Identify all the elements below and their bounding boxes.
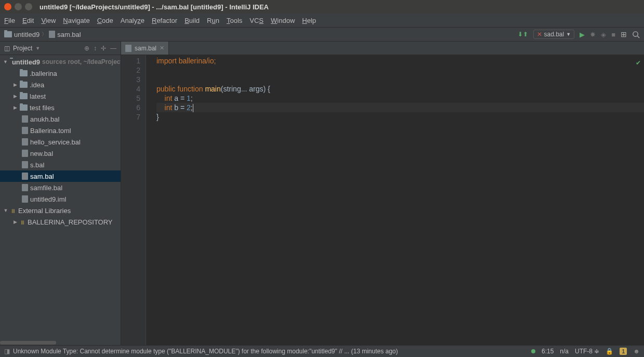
- expand-icon[interactable]: ▶: [12, 94, 18, 99]
- menu-navigate[interactable]: Navigate: [63, 17, 89, 24]
- file-icon: [22, 115, 28, 123]
- code-text: import ballerina/io;: [156, 57, 216, 65]
- main: ◫ Project ▼ ⊕ ↕ ✢ — ▼ untitled9 sources …: [0, 42, 644, 345]
- project-selector-icon[interactable]: ◫: [4, 45, 10, 52]
- dropdown-icon[interactable]: ▼: [35, 46, 40, 51]
- menu-build[interactable]: Build: [185, 17, 200, 24]
- target-icon[interactable]: ⊕: [84, 45, 89, 52]
- project-panel-header: ◫ Project ▼ ⊕ ↕ ✢ —: [0, 42, 121, 55]
- close-icon[interactable]: ✕: [160, 45, 164, 51]
- menu-view[interactable]: View: [41, 17, 56, 24]
- tree-folder[interactable]: ▶.idea: [0, 79, 121, 90]
- scrollbar-horizontal[interactable]: [0, 340, 121, 345]
- line-number[interactable]: 7: [121, 112, 140, 122]
- encoding[interactable]: UTF-8 ≑: [575, 348, 599, 355]
- tree-file[interactable]: samfile.bal: [0, 182, 121, 193]
- search-icon[interactable]: [632, 30, 640, 39]
- menu-vcs[interactable]: VCS: [249, 17, 264, 24]
- tree-file[interactable]: Ballerina.toml: [0, 125, 121, 136]
- line-number[interactable]: 1: [121, 56, 140, 65]
- menu-refactor[interactable]: Refactor: [152, 17, 177, 24]
- build-icon[interactable]: ⬇⬆: [518, 31, 528, 38]
- toolbar-right: ⬇⬆ ✕ sad.bal ▼ ▶ ✸ ◈ ■ ⊞: [518, 30, 640, 39]
- coverage-icon[interactable]: ◈: [601, 31, 606, 38]
- run-icon[interactable]: ▶: [580, 31, 585, 38]
- window-minimize-icon[interactable]: [15, 3, 22, 10]
- cursor-position[interactable]: 6:15: [542, 348, 554, 355]
- code-text: b =: [172, 103, 187, 112]
- tree-item-label: .idea: [30, 81, 44, 89]
- tree-file[interactable]: new.bal: [0, 148, 121, 159]
- menu-file[interactable]: File: [4, 17, 15, 24]
- gutter[interactable]: 1 2 3 4 5 6 7: [121, 55, 146, 345]
- expand-icon[interactable]: ▼: [3, 59, 8, 64]
- menu-window[interactable]: Window: [271, 17, 295, 24]
- expand-icon[interactable]: ▶: [12, 105, 18, 110]
- tree-root[interactable]: ▼ untitled9 sources root, ~/IdeaProjects…: [0, 56, 121, 68]
- code-text: (string... args) {: [221, 85, 270, 93]
- expand-icon[interactable]: ▼: [3, 208, 8, 213]
- editor[interactable]: 1 2 3 4 5 6 7 ✔ import ballerina/io; pub…: [121, 55, 644, 345]
- structure-icon[interactable]: ⊞: [621, 30, 627, 38]
- run-config-selector[interactable]: ✕ sad.bal ▼: [533, 30, 575, 39]
- window-close-icon[interactable]: [4, 3, 11, 10]
- collapse-icon[interactable]: ↕: [94, 45, 97, 52]
- code[interactable]: ✔ import ballerina/io; public function m…: [146, 55, 644, 345]
- window-maximize-icon[interactable]: [25, 3, 32, 10]
- hide-icon[interactable]: —: [110, 45, 116, 52]
- code-text: main: [205, 85, 220, 93]
- breadcrumb-root-label: untitled9: [14, 31, 40, 38]
- hector-icon[interactable]: ☻: [633, 348, 640, 355]
- status-icon[interactable]: ◨: [4, 348, 10, 355]
- menu-run[interactable]: Run: [207, 17, 219, 24]
- warning-icon[interactable]: 1: [620, 348, 627, 355]
- window-title: untitled9 [~/IdeaProjects/untitled9] - .…: [40, 3, 269, 11]
- breadcrumb: untitled9 〉 sam.bal: [4, 31, 81, 38]
- menu-edit[interactable]: Edit: [22, 17, 34, 24]
- status-message[interactable]: Unknown Module Type: Cannot determine mo…: [13, 348, 398, 355]
- tree-file[interactable]: s.bal: [0, 159, 121, 170]
- stop-icon[interactable]: ■: [611, 31, 615, 38]
- menu-analyze[interactable]: Analyze: [121, 17, 144, 24]
- tree-file[interactable]: anukh.bal: [0, 113, 121, 125]
- project-tree[interactable]: ▼ untitled9 sources root, ~/IdeaProjects…: [0, 55, 121, 340]
- file-icon: [22, 195, 28, 203]
- file-icon: [49, 31, 55, 38]
- tree-file[interactable]: hello_service.bal: [0, 136, 121, 148]
- line-number[interactable]: 6: [121, 103, 140, 112]
- folder-icon: [20, 104, 28, 111]
- status-indicator-icon[interactable]: [531, 349, 535, 353]
- tree-file[interactable]: untitled9.iml: [0, 193, 121, 205]
- expand-icon[interactable]: ▶: [12, 82, 18, 87]
- file-icon: [125, 45, 132, 52]
- tab-sam-bal[interactable]: sam.bal ✕: [121, 42, 169, 55]
- line-number[interactable]: 4: [121, 84, 140, 94]
- project-panel-title[interactable]: Project: [13, 45, 32, 52]
- folder-icon: [20, 70, 28, 76]
- folder-icon: [20, 93, 28, 99]
- tree-file[interactable]: sam.bal: [0, 170, 121, 182]
- line-number[interactable]: 5: [121, 94, 140, 103]
- menu-tools[interactable]: Tools: [227, 17, 242, 24]
- line-number[interactable]: 2: [121, 65, 140, 75]
- line-number[interactable]: 3: [121, 75, 140, 84]
- menu-help[interactable]: Help: [302, 17, 316, 24]
- tree-external-child[interactable]: ▶ ⫼ BALLERINA_REPOSITORY: [0, 216, 121, 228]
- gear-icon[interactable]: ✢: [101, 45, 106, 52]
- error-icon: ✕: [537, 31, 542, 38]
- tree-external[interactable]: ▼ ⫼ External Libraries: [0, 205, 121, 216]
- svg-point-0: [633, 32, 638, 36]
- code-text: a =: [172, 94, 187, 102]
- debug-icon[interactable]: ✸: [590, 31, 596, 38]
- menu-code[interactable]: Code: [97, 17, 113, 24]
- insert-mode[interactable]: n/a: [560, 348, 569, 355]
- tree-folder[interactable]: ▶latest: [0, 90, 121, 102]
- expand-icon[interactable]: ▶: [12, 219, 18, 224]
- tree-external-label: External Libraries: [18, 207, 71, 215]
- tree-folder[interactable]: .ballerina: [0, 68, 121, 79]
- lock-icon[interactable]: 🔒: [606, 348, 613, 355]
- tab-label: sam.bal: [135, 45, 156, 52]
- breadcrumb-root[interactable]: untitled9: [4, 31, 40, 38]
- breadcrumb-file[interactable]: sam.bal: [49, 31, 81, 38]
- tree-folder[interactable]: ▶test files: [0, 102, 121, 113]
